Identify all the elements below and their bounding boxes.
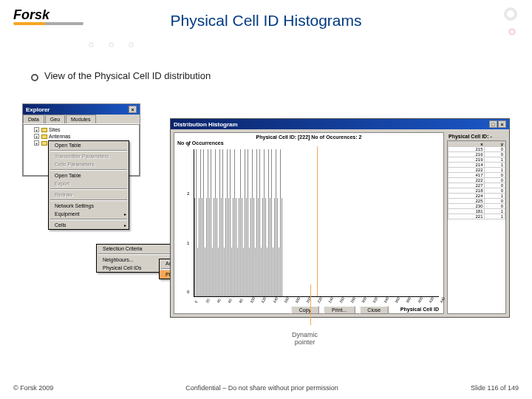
bar[interactable] — [225, 198, 226, 296]
bar[interactable] — [276, 149, 276, 296]
table-row[interactable]: 2270 — [449, 183, 505, 188]
bar[interactable] — [243, 248, 244, 296]
bar[interactable] — [214, 198, 214, 296]
bar[interactable] — [280, 149, 281, 296]
tree-item-antennas[interactable]: +Antennas — [25, 133, 137, 140]
bar[interactable] — [240, 149, 241, 296]
menu-item[interactable]: Open Table — [49, 141, 129, 149]
bar[interactable] — [277, 198, 278, 296]
menu-item[interactable]: Cells — [49, 221, 129, 229]
bar[interactable] — [274, 198, 275, 296]
bar[interactable] — [206, 198, 207, 296]
bar[interactable] — [245, 149, 245, 296]
bar[interactable] — [279, 248, 279, 296]
bar[interactable] — [215, 149, 216, 296]
bar[interactable] — [224, 248, 225, 296]
explorer-titlebar[interactable]: Explorer × — [23, 104, 140, 115]
table-cell: 219 — [449, 157, 485, 163]
bar[interactable] — [270, 198, 270, 296]
bar[interactable] — [209, 198, 210, 296]
print-button[interactable]: Print... — [324, 306, 355, 314]
side-table[interactable]: x y 215021602191214122214170222022702180… — [447, 140, 506, 314]
bar[interactable] — [194, 198, 195, 296]
bar[interactable] — [218, 248, 219, 296]
bar[interactable] — [200, 149, 201, 296]
bar[interactable] — [219, 149, 220, 296]
bar[interactable] — [253, 198, 254, 296]
bar[interactable] — [256, 149, 257, 296]
table-row[interactable]: 2241 — [449, 194, 505, 199]
bar[interactable] — [216, 198, 217, 296]
bar[interactable] — [267, 248, 267, 296]
bar[interactable] — [271, 149, 272, 296]
tab-data[interactable]: Data — [23, 115, 44, 123]
histogram-titlebar[interactable]: Distribution Histogram □ × — [171, 119, 509, 129]
tab-geo[interactable]: Geo — [45, 115, 65, 123]
bar[interactable] — [208, 149, 208, 296]
bar[interactable] — [212, 248, 213, 296]
table-row[interactable]: 1811 — [449, 209, 505, 214]
menu-item[interactable]: Network Settings — [49, 202, 129, 210]
tab-modules[interactable]: Modules — [66, 115, 95, 123]
bar[interactable] — [199, 198, 200, 296]
bar[interactable] — [255, 248, 256, 296]
menu-item[interactable]: Equipment — [49, 210, 129, 218]
bar[interactable] — [258, 198, 259, 296]
tree-item-sites[interactable]: +Sites — [25, 126, 137, 133]
bar[interactable] — [230, 149, 231, 296]
table-row[interactable]: 4170 — [449, 173, 505, 178]
bar[interactable] — [236, 198, 236, 296]
col-x[interactable]: x — [449, 142, 485, 147]
close-icon[interactable]: × — [498, 120, 506, 128]
bar[interactable] — [237, 248, 238, 296]
table-row[interactable]: 2221 — [449, 168, 505, 173]
bar[interactable] — [268, 149, 269, 296]
bar[interactable] — [259, 149, 260, 296]
histogram-title: Distribution Histogram — [174, 121, 238, 128]
bar[interactable] — [221, 198, 222, 296]
bar[interactable] — [282, 198, 282, 296]
bar[interactable] — [252, 149, 253, 296]
bar[interactable] — [228, 198, 229, 296]
bar[interactable] — [227, 149, 228, 296]
bar[interactable] — [222, 149, 223, 296]
table-row[interactable]: 2211 — [449, 214, 505, 219]
chart-area[interactable]: 0123 — [194, 149, 439, 297]
bar[interactable] — [231, 248, 232, 296]
table-row[interactable]: 2160 — [449, 152, 505, 157]
bar[interactable] — [261, 248, 262, 296]
bar[interactable] — [248, 149, 248, 296]
bar[interactable] — [202, 198, 202, 296]
bar[interactable] — [239, 198, 239, 296]
table-row[interactable]: 2300 — [449, 204, 505, 209]
close-button[interactable]: Close — [359, 306, 389, 314]
context-menu-1[interactable]: Open TableTransmitter ParametersCells Pa… — [48, 140, 129, 230]
maximize-icon[interactable]: □ — [489, 120, 497, 128]
bar[interactable] — [211, 149, 211, 296]
col-y[interactable]: y — [485, 142, 505, 147]
bar[interactable] — [250, 198, 251, 296]
bar[interactable] — [273, 248, 273, 296]
bar[interactable] — [205, 248, 205, 296]
bar[interactable] — [197, 248, 198, 296]
bar[interactable] — [233, 198, 233, 296]
bar[interactable] — [203, 149, 204, 296]
table-row[interactable]: 2191 — [449, 157, 505, 163]
table-row[interactable]: 2180 — [449, 188, 505, 194]
table-row[interactable]: 2141 — [449, 163, 505, 168]
bar[interactable] — [246, 198, 247, 296]
menu-item[interactable]: Selection Criteria — [97, 245, 177, 253]
table-row[interactable]: 2220 — [449, 178, 505, 183]
bar[interactable] — [264, 149, 265, 296]
copy-button[interactable]: Copy — [291, 306, 319, 314]
bar[interactable] — [242, 198, 242, 296]
bar[interactable] — [196, 149, 197, 296]
table-row[interactable]: 2150 — [449, 147, 505, 152]
menu-item[interactable]: Open Table — [49, 171, 129, 180]
bar[interactable] — [234, 149, 235, 296]
close-icon[interactable]: × — [129, 106, 137, 113]
bar[interactable] — [262, 198, 263, 296]
bar[interactable] — [249, 248, 250, 296]
bar[interactable] — [265, 198, 266, 296]
table-row[interactable]: 2250 — [449, 199, 505, 204]
